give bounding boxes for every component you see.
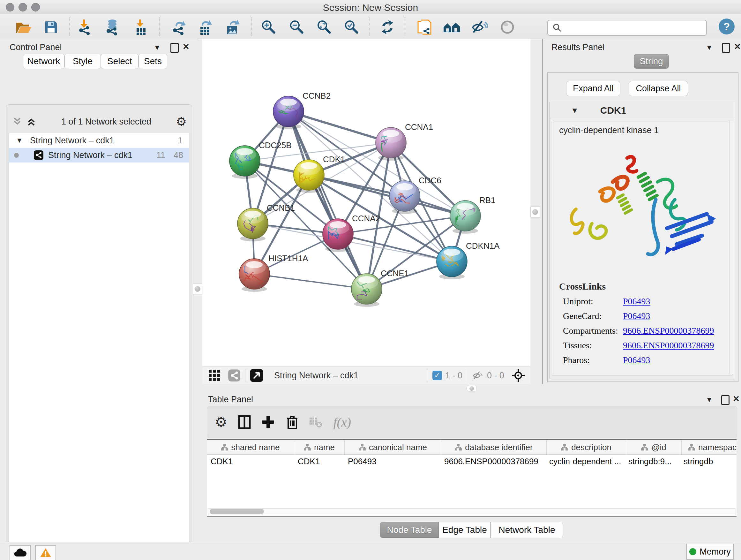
- column-header-canonical-name[interactable]: canonical name: [345, 440, 441, 454]
- zoom-out-button[interactable]: [288, 18, 306, 36]
- import-network-button[interactable]: [76, 18, 94, 36]
- network-share-toggle-icon[interactable]: [228, 369, 241, 382]
- show-columns-icon[interactable]: [238, 415, 251, 429]
- table-panel-float-icon[interactable]: [721, 395, 730, 405]
- hide-unhide-button[interactable]: [470, 18, 488, 36]
- refresh-button[interactable]: [379, 18, 396, 36]
- selected-nodes-checkbox-icon[interactable]: ✓: [432, 371, 442, 380]
- control-panel-menu-arrow-icon[interactable]: ▾: [155, 43, 159, 52]
- expand-all-chevrons-icon[interactable]: [26, 117, 37, 126]
- network-collection-row[interactable]: ▼ String Network – cdk1 1: [9, 133, 189, 148]
- column-header-name[interactable]: name: [294, 440, 345, 454]
- results-panel-close-icon[interactable]: ✕: [734, 42, 741, 52]
- tab-node-table[interactable]: Node Table: [380, 522, 439, 538]
- tab-sets[interactable]: Sets: [138, 54, 167, 69]
- tab-select[interactable]: Select: [101, 54, 138, 69]
- delete-table-icon[interactable]: [309, 416, 322, 428]
- column-header-shared-name[interactable]: shared name: [207, 440, 294, 454]
- tab-edge-table-label: Edge Table: [442, 525, 487, 535]
- fit-selection-crosshair-icon[interactable]: [511, 368, 525, 382]
- network-node-HIST1H1A[interactable]: HIST1H1A: [239, 253, 308, 292]
- delete-column-trash-icon[interactable]: [286, 415, 298, 429]
- table-cell[interactable]: CDK1: [294, 455, 344, 468]
- memory-button[interactable]: Memory: [686, 544, 734, 560]
- left-splitter-handle[interactable]: [193, 284, 202, 294]
- gene-section-header[interactable]: ▼ CDK1: [550, 102, 735, 119]
- control-panel-float-icon[interactable]: [171, 43, 179, 53]
- save-session-button[interactable]: [42, 18, 60, 36]
- network-row-selected[interactable]: String Network – cdk1 11 48: [9, 148, 189, 163]
- export-table-button[interactable]: [196, 18, 214, 36]
- gene-collapse-arrow-icon[interactable]: ▼: [571, 106, 579, 115]
- horizontal-splitter-handle[interactable]: [467, 385, 477, 392]
- function-builder-icon[interactable]: f(x): [333, 415, 351, 430]
- zoom-in-button[interactable]: [260, 18, 278, 36]
- crosslink-link[interactable]: 9606.ENSP00000378699: [623, 340, 714, 351]
- export-image-button[interactable]: [223, 18, 241, 36]
- node-label-CDKN1A: CDKN1A: [466, 241, 500, 251]
- show-all-networks-button[interactable]: [443, 18, 461, 36]
- table-hscrollbar-thumb[interactable]: [210, 509, 264, 514]
- control-panel-close-icon[interactable]: ✕: [183, 42, 190, 52]
- clone-network-button[interactable]: [415, 18, 433, 36]
- tab-network[interactable]: Network: [23, 54, 64, 69]
- hidden-items-eye-slash-icon[interactable]: [472, 370, 484, 381]
- table-settings-gear-icon[interactable]: ⚙: [215, 415, 227, 429]
- cloud-button[interactable]: [10, 545, 30, 560]
- export-network-button[interactable]: [170, 18, 188, 36]
- table-row[interactable]: CDK1CDK1P064939606.ENSP00000378699cyclin…: [207, 455, 737, 468]
- crosslink-link[interactable]: 9606.ENSP00000378699: [623, 326, 714, 336]
- show-hidden-button[interactable]: [498, 18, 516, 36]
- column-header-namespac[interactable]: namespac: [682, 440, 741, 454]
- network-graph[interactable]: CCNB2CCNA1CDC25BCDK1CDC6RB1CCNB1CCNA2CDK…: [202, 39, 530, 367]
- column-header-description[interactable]: description: [547, 440, 626, 454]
- table-cell[interactable]: stringdb:9...: [624, 455, 680, 468]
- table-cell[interactable]: stringdb: [680, 455, 741, 468]
- network-view-canvas[interactable]: CCNB2CCNA1CDC25BCDK1CDC6RB1CCNB1CCNA2CDK…: [202, 39, 530, 367]
- network-node-CCNB1[interactable]: CCNB1: [238, 203, 295, 241]
- table-hscrollbar[interactable]: [208, 508, 736, 515]
- gene-description: cyclin-dependent kinase 1: [559, 125, 732, 135]
- open-session-button[interactable]: [15, 18, 32, 36]
- collection-expand-arrow-icon[interactable]: ▼: [16, 136, 23, 145]
- table-cell[interactable]: CDK1: [207, 455, 294, 468]
- import-table-button[interactable]: [132, 18, 150, 36]
- network-options-gear-icon[interactable]: ⚙: [176, 116, 187, 128]
- tab-string[interactable]: String: [634, 54, 669, 69]
- right-splitter-handle[interactable]: [530, 206, 540, 218]
- results-panel-menu-arrow-icon[interactable]: ▾: [707, 43, 711, 52]
- table-cell[interactable]: P06493: [344, 455, 441, 468]
- houses-icon: [443, 19, 461, 35]
- network-node-RB1[interactable]: RB1: [450, 195, 495, 234]
- zoom-selected-button[interactable]: [343, 18, 360, 36]
- results-panel-float-icon[interactable]: [722, 43, 730, 53]
- zoom-fit-button[interactable]: [315, 18, 333, 36]
- help-button[interactable]: ?: [719, 18, 735, 35]
- vertical-splitter[interactable]: [542, 39, 543, 384]
- table-cell[interactable]: 9606.ENSP00000378699: [441, 455, 545, 468]
- table-panel-menu-arrow-icon[interactable]: ▾: [707, 395, 711, 405]
- expand-all-button[interactable]: Expand All: [566, 81, 620, 96]
- tab-edge-table[interactable]: Edge Table: [439, 522, 490, 538]
- grid-view-icon[interactable]: [208, 369, 221, 382]
- table-panel-close-icon[interactable]: ✕: [733, 394, 740, 404]
- warnings-button[interactable]: [35, 545, 56, 560]
- search-input[interactable]: [565, 21, 706, 35]
- crosslink-link[interactable]: P06493: [623, 296, 650, 307]
- birds-eye-view-icon[interactable]: [250, 369, 263, 382]
- column-header--id[interactable]: @id: [626, 440, 682, 454]
- crosslink-link[interactable]: P06493: [623, 311, 650, 321]
- results-scrollbar[interactable]: [730, 121, 734, 374]
- create-column-plus-icon[interactable]: [262, 416, 274, 428]
- column-header-database-identifier[interactable]: database identifier: [441, 440, 547, 454]
- tab-network-table[interactable]: Network Table: [490, 522, 563, 538]
- import-network-from-database-button[interactable]: [104, 18, 121, 36]
- tab-style[interactable]: Style: [64, 54, 101, 69]
- edge-CCNB2-CCNA1[interactable]: [288, 111, 391, 143]
- collapse-all-chevrons-icon[interactable]: [12, 117, 23, 126]
- table-cell[interactable]: cyclin-dependent ...: [545, 455, 624, 468]
- network-node-CDKN1A[interactable]: CDKN1A: [436, 241, 500, 279]
- collapse-all-button[interactable]: Collapse All: [629, 81, 688, 96]
- edge-HIST1H1A-CCNE1[interactable]: [254, 274, 367, 289]
- crosslink-link[interactable]: P06493: [623, 355, 650, 365]
